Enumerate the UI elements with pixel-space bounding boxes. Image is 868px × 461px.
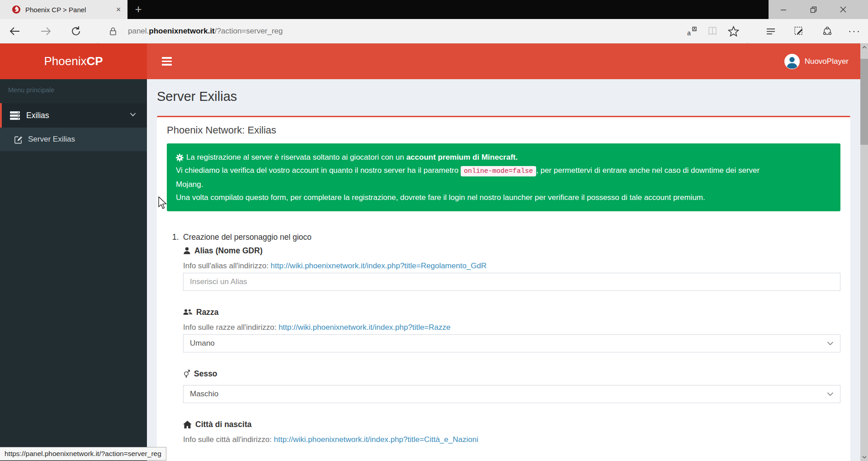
sidebar-section-header: Menu principale — [0, 79, 147, 94]
refresh-button[interactable] — [68, 23, 84, 39]
scrollbar-thumb[interactable] — [860, 59, 868, 145]
share-icon[interactable] — [819, 23, 835, 39]
forward-button[interactable] — [38, 23, 54, 39]
brand-text-bold: CP — [86, 54, 103, 68]
web-note-icon[interactable] — [791, 23, 807, 39]
field-razza: Razza Info sulle razze all'indirizzo: ht… — [183, 307, 840, 352]
home-icon — [183, 421, 192, 428]
avatar — [784, 54, 800, 69]
phoenix-favicon-icon — [12, 5, 21, 14]
username-label: NuovoPlayer — [805, 57, 849, 66]
sidebar-item-server-exilias[interactable]: Server Exilias — [0, 128, 147, 151]
box-title: Phoenix Network: Exilias — [157, 117, 850, 143]
reading-view-icon[interactable] — [704, 23, 721, 39]
field-alias: Alias (Nome GDR) Info sull'alias all'ind… — [183, 246, 840, 291]
back-button[interactable] — [7, 23, 23, 39]
sidebar-subitem-label: Server Exilias — [28, 135, 75, 144]
url-prefix: panel. — [128, 27, 149, 35]
alias-label: Alias (Nome GDR) — [183, 246, 840, 256]
more-options-button[interactable]: ··· — [846, 23, 863, 39]
razza-select[interactable]: Umano — [183, 334, 840, 352]
browser-tab[interactable]: Phoenix CP > Panel × — [0, 0, 127, 19]
citta-info: Info sulle città all'indirizzo: http://w… — [183, 435, 840, 445]
more-icon: ··· — [848, 27, 861, 36]
premium-account-alert: La registrazione al server è riservata s… — [167, 143, 840, 211]
step-title: Creazione del personaggio nel gioco — [183, 232, 840, 242]
sidebar-item-exilias[interactable]: Exilias — [0, 103, 147, 128]
alert-line-1: La registrazione al server è riservata s… — [176, 151, 831, 164]
online-mode-code: online-mode=false — [461, 166, 536, 176]
alias-info: Info sull'alias all'indirizzo: http://wi… — [183, 261, 840, 271]
sesso-label: Sesso — [183, 369, 840, 379]
users-icon — [183, 309, 193, 316]
app-logo[interactable]: PhoenixCP — [0, 43, 147, 79]
translate-icon[interactable]: a — [684, 23, 700, 39]
field-citta: Città di nascita Info sulle città all'in… — [183, 419, 840, 445]
citta-wiki-link[interactable]: http://wiki.phoenixnetwork.it/index.php?… — [274, 435, 478, 444]
razza-info: Info sulle razze all'indirizzo: http://w… — [183, 323, 840, 333]
favorites-star-icon[interactable] — [725, 23, 741, 39]
sidebar-item-label: Exilias — [26, 111, 49, 120]
hub-icon[interactable] — [763, 23, 779, 39]
registration-form: 1. Creazione del personaggio nel gioco A… — [172, 232, 840, 461]
user-menu[interactable]: NuovoPlayer — [778, 43, 855, 79]
url-path: /?action=server_reg — [215, 27, 283, 35]
content-box: Phoenix Network: Exilias La registrazion… — [157, 116, 850, 461]
lock-icon — [105, 23, 121, 39]
chevron-down-icon — [827, 341, 834, 346]
window-close-button[interactable] — [828, 0, 858, 19]
tab-title: Phoenix CP > Panel — [25, 6, 108, 14]
gender-icon — [183, 369, 190, 378]
alias-input[interactable] — [183, 273, 840, 291]
svg-text:a: a — [687, 29, 691, 37]
field-sesso: Sesso Maschio — [183, 369, 840, 403]
window-controls — [769, 0, 868, 19]
window-restore-button[interactable] — [798, 0, 828, 19]
sidebar: Menu principale Exilias Server Exilias — [0, 79, 147, 461]
brand-text: Phoenix — [44, 54, 86, 68]
chevron-down-icon — [130, 112, 136, 117]
url-text[interactable]: panel.phoenixnetwork.it/?action=server_r… — [128, 19, 283, 43]
gear-icon — [176, 154, 184, 162]
status-url-tooltip: https://panel.phoenixnetwork.it/?action=… — [0, 447, 166, 461]
step-number: 1. — [172, 232, 183, 461]
razza-wiki-link[interactable]: http://wiki.phoenixnetwork.it/index.php?… — [278, 323, 450, 332]
mouse-cursor — [158, 196, 168, 210]
browser-address-bar: panel.phoenixnetwork.it/?action=server_r… — [0, 19, 868, 43]
window-minimize-button[interactable] — [769, 0, 798, 19]
main-content: Server Exilias Phoenix Network: Exilias … — [147, 79, 860, 461]
alert-line-2: Vi chiediamo la verifica del vostro acco… — [176, 164, 831, 178]
alert-line-3: Mojang. — [176, 178, 831, 191]
page-scrollbar[interactable] — [860, 43, 868, 461]
alert-line-4: Una volta compilato questo form, per com… — [176, 191, 831, 204]
citta-label: Città di nascita — [183, 419, 840, 429]
alias-wiki-link[interactable]: http://wiki.phoenixnetwork.it/index.php?… — [271, 261, 487, 270]
hamburger-icon — [162, 57, 172, 59]
app-navbar: PhoenixCP NuovoPlayer — [0, 43, 860, 79]
browser-tab-bar: Phoenix CP > Panel × + — [0, 0, 868, 19]
new-tab-button[interactable]: + — [130, 0, 146, 19]
scroll-down-icon[interactable] — [860, 453, 868, 461]
chevron-down-icon — [827, 392, 834, 396]
tab-close-icon[interactable]: × — [113, 5, 124, 14]
url-domain: phoenixnetwork.it — [149, 27, 214, 35]
server-icon — [10, 111, 20, 120]
edit-icon — [14, 135, 23, 144]
sidebar-toggle-button[interactable] — [153, 43, 181, 79]
scroll-up-icon[interactable] — [860, 43, 868, 51]
page-title: Server Exilias — [157, 89, 850, 104]
razza-label: Razza — [183, 307, 840, 317]
sesso-select[interactable]: Maschio — [183, 385, 840, 403]
user-icon — [183, 247, 191, 255]
